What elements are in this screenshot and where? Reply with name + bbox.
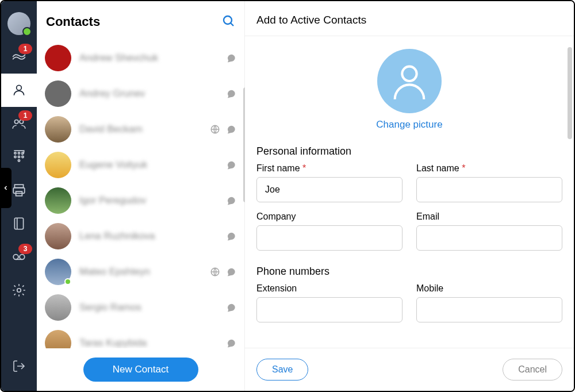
- svg-point-8: [22, 156, 24, 157]
- logout-button[interactable]: [1, 349, 37, 383]
- input-mobile[interactable]: [416, 297, 562, 322]
- contact-name: Taras Kupybida: [79, 337, 226, 348]
- sidebar-voicemail[interactable]: 3: [1, 240, 37, 274]
- detail-footer: Save Cancel: [245, 348, 574, 391]
- new-contact-bar: New Contact: [37, 348, 244, 391]
- contact-name: Eugene Voityuk: [79, 159, 226, 171]
- chat-icon[interactable]: [226, 231, 236, 241]
- contact-avatar: [45, 152, 71, 178]
- chat-icon[interactable]: [226, 338, 236, 348]
- svg-point-17: [17, 289, 21, 293]
- chat-icon[interactable]: [226, 195, 236, 206]
- contact-name: Lena Ruzhnikova: [79, 230, 226, 242]
- detail-title: Add to Active Contacts: [245, 1, 574, 36]
- svg-point-6: [14, 156, 16, 157]
- svg-point-9: [18, 160, 20, 162]
- scrollbar-thumb[interactable]: [568, 47, 572, 139]
- book-icon: [12, 216, 26, 231]
- contact-avatar: [45, 80, 71, 107]
- label-mobile: Mobile: [416, 283, 562, 294]
- contact-row[interactable]: Sergio Ramos: [37, 290, 244, 325]
- contact-icon: [12, 83, 26, 98]
- sidebar-hands[interactable]: 1: [1, 40, 37, 74]
- contact-row[interactable]: Taras Kupybida: [37, 325, 244, 348]
- new-contact-button[interactable]: New Contact: [83, 358, 198, 382]
- contact-avatar: [45, 330, 71, 348]
- globe-icon[interactable]: [210, 267, 220, 277]
- contact-avatar: [45, 187, 71, 214]
- chat-icon[interactable]: [226, 53, 236, 63]
- contact-name: Sergio Ramos: [79, 302, 226, 313]
- sidebar-settings[interactable]: [1, 274, 37, 307]
- svg-point-3: [14, 152, 16, 154]
- input-company[interactable]: [256, 225, 402, 251]
- contact-picture-placeholder[interactable]: [377, 49, 442, 113]
- sidebar-contact[interactable]: [1, 74, 37, 107]
- contact-row-actions: [226, 160, 236, 170]
- contacts-title: Contacts: [46, 14, 100, 29]
- label-last-name: Last name *: [416, 163, 562, 174]
- dialpad-icon: [12, 149, 26, 164]
- contact-row[interactable]: Lena Ruzhnikova: [37, 218, 244, 254]
- cancel-button[interactable]: Cancel: [503, 359, 562, 381]
- field-company: Company: [256, 212, 402, 251]
- contact-avatar: [45, 294, 71, 321]
- svg-point-14: [13, 255, 18, 260]
- detail-panel: Add to Active Contacts Change picture Pe…: [245, 1, 574, 391]
- svg-point-7: [18, 156, 20, 157]
- contact-name: Mateo Epshteyn: [79, 266, 210, 278]
- badge: 1: [18, 110, 32, 121]
- svg-point-15: [20, 255, 25, 260]
- logout-icon: [12, 359, 26, 373]
- input-email[interactable]: [416, 225, 562, 251]
- svg-line-19: [231, 23, 233, 26]
- contact-row-actions: [210, 124, 236, 134]
- collapse-panel-tab[interactable]: [0, 168, 12, 208]
- chat-icon[interactable]: [226, 302, 236, 313]
- section-phone-title: Phone numbers: [256, 266, 562, 278]
- label-company: Company: [256, 212, 402, 222]
- contact-row[interactable]: Andrew Shevchuk: [37, 40, 244, 76]
- input-last-name[interactable]: [416, 177, 562, 202]
- contact-row-actions: [226, 231, 236, 241]
- chat-icon[interactable]: [226, 160, 236, 170]
- contact-row[interactable]: Andrey Grunev: [37, 76, 244, 112]
- search-button[interactable]: [221, 14, 235, 30]
- chat-icon[interactable]: [226, 124, 236, 134]
- profile-avatar-icon: [7, 12, 30, 35]
- svg-rect-11: [13, 188, 25, 194]
- save-button[interactable]: Save: [256, 359, 308, 381]
- label-first-name: First name *: [256, 163, 402, 174]
- svg-point-0: [17, 85, 22, 90]
- sidebar-group[interactable]: 1: [1, 107, 37, 140]
- field-mobile: Mobile: [416, 283, 562, 322]
- change-picture-link[interactable]: Change picture: [376, 119, 442, 130]
- search-icon: [221, 14, 235, 28]
- label-extension: Extension: [256, 283, 402, 294]
- chat-icon[interactable]: [226, 267, 236, 277]
- input-first-name[interactable]: [256, 177, 402, 202]
- printer-icon: [12, 183, 26, 198]
- contact-row-actions: [226, 195, 236, 206]
- chat-icon[interactable]: [226, 89, 236, 99]
- globe-icon[interactable]: [210, 124, 220, 134]
- svg-point-1: [14, 120, 18, 124]
- contact-row[interactable]: David Beckam: [37, 112, 244, 147]
- contact-row-actions: [226, 302, 236, 313]
- contacts-panel: Contacts Andrew ShevchukAndrey GrunevDav…: [37, 1, 245, 391]
- person-silhouette-icon: [388, 59, 431, 103]
- contact-row-actions: [210, 267, 236, 277]
- section-personal-title: Personal information: [256, 145, 562, 157]
- input-extension[interactable]: [256, 297, 402, 322]
- contact-row[interactable]: Mateo Epshteyn: [37, 254, 244, 290]
- me-avatar[interactable]: [1, 7, 37, 40]
- chevron-left-icon: [2, 185, 9, 191]
- svg-point-22: [402, 67, 416, 81]
- badge: 1: [18, 44, 32, 54]
- contact-row[interactable]: Eugene Voityuk: [37, 147, 244, 183]
- contact-row-actions: [226, 53, 236, 63]
- contact-row[interactable]: Igor Peregudov: [37, 183, 244, 218]
- contact-avatar: [45, 45, 71, 71]
- contact-name: Andrew Shevchuk: [79, 52, 226, 64]
- sidebar-book[interactable]: [1, 207, 37, 240]
